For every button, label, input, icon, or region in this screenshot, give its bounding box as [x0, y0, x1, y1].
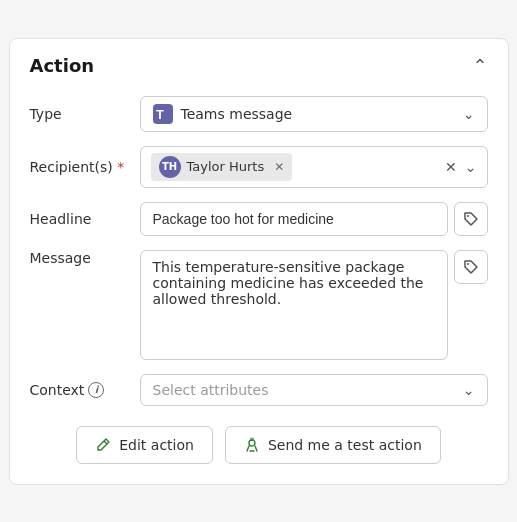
- edit-action-icon: [95, 437, 111, 453]
- avatar: TH: [159, 156, 181, 178]
- type-label: Type: [30, 106, 140, 122]
- context-placeholder: Select attributes: [153, 382, 269, 398]
- recipient-remove-icon[interactable]: ✕: [274, 160, 284, 174]
- type-select-inner: T Teams message: [153, 104, 293, 124]
- message-row: Message This temperature-sensitive packa…: [30, 250, 488, 360]
- headline-input-group: [140, 202, 488, 236]
- recipients-chevron-down-icon[interactable]: ⌄: [465, 159, 477, 175]
- collapse-icon[interactable]: ⌃: [472, 55, 487, 76]
- context-label-group: Context i: [30, 382, 140, 398]
- card-header: Action ⌃: [30, 55, 488, 76]
- headline-edit-button[interactable]: [454, 202, 488, 236]
- headline-row: Headline: [30, 202, 488, 236]
- message-edit-button[interactable]: [454, 250, 488, 284]
- teams-icon: T: [153, 104, 173, 124]
- type-select[interactable]: T Teams message ⌄: [140, 96, 488, 132]
- context-label: Context: [30, 382, 85, 398]
- message-label: Message: [30, 250, 140, 266]
- page-title: Action: [30, 55, 95, 76]
- type-chevron-down-icon: ⌄: [463, 106, 475, 122]
- recipient-tag: TH Taylor Hurts ✕: [151, 153, 293, 181]
- type-value: Teams message: [181, 106, 293, 122]
- footer-buttons: Edit action Send me a test action: [30, 426, 488, 464]
- message-input-group: This temperature-sensitive package conta…: [140, 250, 488, 360]
- headline-input[interactable]: [140, 202, 448, 236]
- svg-point-3: [467, 263, 469, 265]
- test-action-button[interactable]: Send me a test action: [225, 426, 441, 464]
- required-star: *: [117, 159, 124, 175]
- message-input[interactable]: This temperature-sensitive package conta…: [140, 250, 448, 360]
- edit-action-button[interactable]: Edit action: [76, 426, 213, 464]
- recipient-name: Taylor Hurts: [187, 159, 265, 174]
- tag-icon-message: [463, 259, 479, 275]
- clear-recipients-icon[interactable]: ✕: [445, 159, 457, 175]
- context-chevron-down-icon: ⌄: [463, 382, 475, 398]
- svg-point-4: [249, 440, 255, 446]
- context-row: Context i Select attributes ⌄: [30, 374, 488, 406]
- test-action-icon: [244, 437, 260, 453]
- recipient-controls: ✕ ⌄: [445, 159, 476, 175]
- context-select[interactable]: Select attributes ⌄: [140, 374, 488, 406]
- recipients-select[interactable]: TH Taylor Hurts ✕ ✕ ⌄: [140, 146, 488, 188]
- svg-text:T: T: [156, 107, 164, 122]
- context-info-icon[interactable]: i: [88, 382, 104, 398]
- svg-point-2: [467, 215, 469, 217]
- action-card: Action ⌃ Type T Teams message ⌄ Recipien…: [9, 38, 509, 485]
- recipients-label: Recipient(s) *: [30, 159, 140, 175]
- headline-label: Headline: [30, 211, 140, 227]
- recipients-row: Recipient(s) * TH Taylor Hurts ✕ ✕ ⌄: [30, 146, 488, 188]
- type-row: Type T Teams message ⌄: [30, 96, 488, 132]
- tag-icon: [463, 211, 479, 227]
- test-action-label: Send me a test action: [268, 437, 422, 453]
- edit-action-label: Edit action: [119, 437, 194, 453]
